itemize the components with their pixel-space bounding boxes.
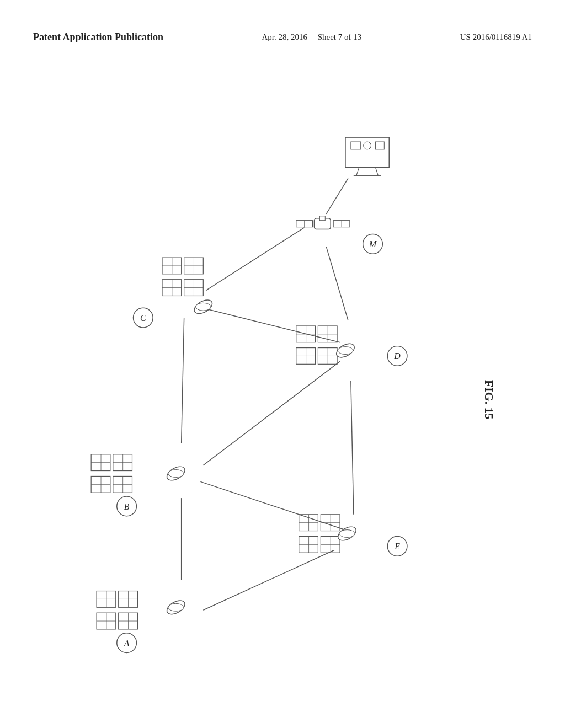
- svg-point-102: [339, 530, 355, 538]
- svg-point-55: [195, 303, 211, 311]
- svg-point-39: [168, 470, 184, 478]
- patent-number: US 2016/0116819 A1: [460, 30, 532, 44]
- page-header: Patent Application Publication Apr. 28, …: [0, 30, 565, 44]
- svg-line-5: [203, 361, 340, 465]
- diagram-area: A B: [0, 83, 565, 684]
- svg-text:C: C: [140, 313, 146, 323]
- svg-line-3: [326, 247, 348, 320]
- svg-text:B: B: [124, 502, 130, 511]
- svg-line-71: [375, 168, 378, 176]
- svg-line-1: [182, 318, 184, 443]
- svg-point-23: [168, 603, 184, 611]
- svg-line-6: [200, 481, 348, 531]
- svg-line-0: [206, 228, 304, 291]
- svg-text:FIG. 15: FIG. 15: [482, 380, 495, 420]
- svg-rect-59: [319, 216, 325, 221]
- svg-text:E: E: [394, 542, 400, 551]
- publication-date: Apr. 28, 2016: [262, 33, 307, 41]
- svg-point-86: [338, 347, 353, 355]
- publication-title: Patent Application Publication: [33, 30, 163, 44]
- sheet-info: Sheet 7 of 13: [318, 33, 362, 41]
- svg-text:A: A: [124, 639, 130, 648]
- svg-line-9: [203, 550, 334, 610]
- svg-line-4: [326, 178, 348, 213]
- svg-text:D: D: [393, 351, 401, 361]
- svg-line-70: [356, 168, 359, 176]
- svg-line-8: [351, 381, 354, 515]
- header-date-sheet: Apr. 28, 2016 Sheet 7 of 13: [262, 30, 361, 44]
- svg-text:M: M: [369, 239, 377, 249]
